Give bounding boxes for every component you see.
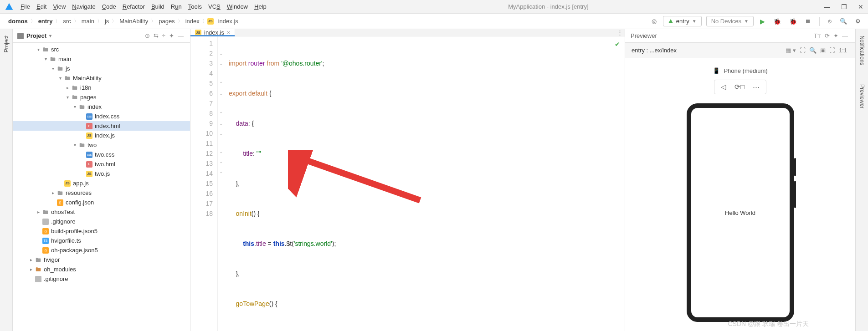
select-opened-file-icon[interactable]: ⊙ [143,32,152,39]
tree-item[interactable]: JSapp.js [13,178,190,188]
tree-item[interactable]: ▸resources [13,188,190,198]
menu-navigate[interactable]: Navigate [72,3,95,10]
close-icon[interactable]: ✕ [858,3,863,10]
fold-gutter[interactable]: ⌄⌄⌃⌄⌃⌄⌄⌃⌃⌃ [218,36,224,331]
project-icon [17,33,24,39]
crumb-entry[interactable]: entry [36,18,56,25]
rotate-icon[interactable]: ⟳□ [734,83,745,91]
zoom-icon[interactable]: 🔍 [807,47,818,54]
project-tool-tab[interactable]: Project [3,33,10,55]
editor-tab-indexjs[interactable]: JS index.js × [190,29,235,36]
tree-item[interactable]: ▾main [13,54,190,64]
profiler-button-icon[interactable]: ⏹ [803,17,813,25]
menu-refactor[interactable]: Refactor [123,3,145,10]
menu-run[interactable]: Run [171,3,182,10]
run-button-icon[interactable]: ▶ [758,17,767,26]
expand-all-icon[interactable]: ⇆ [152,32,160,39]
tree-item[interactable]: csstwo.css [13,150,190,159]
expand-icon[interactable]: ⛶ [827,47,837,54]
svg-rect-1 [42,219,49,225]
coverage-button-icon[interactable]: 🐞 [787,17,799,26]
hide-panel-icon[interactable]: — [176,32,185,39]
previewer-settings-icon[interactable]: ✦ [832,32,840,39]
close-tab-icon[interactable]: × [227,30,230,36]
inspect-icon[interactable]: ▣ [818,47,827,54]
tree-item[interactable]: Hindex.hml [13,121,190,131]
grid-icon[interactable]: ▦ ▾ [784,47,798,54]
code-area[interactable]: import router from '@ohos.router'; expor… [224,36,625,331]
crumb-domos[interactable]: domos [5,18,31,25]
js-file-icon: JS [195,30,201,36]
hide-previewer-icon[interactable]: — [840,32,850,39]
settings-icon[interactable]: ⚙ [853,17,863,25]
collapse-all-icon[interactable]: ÷ [160,32,167,39]
notifications-tool-tab[interactable]: Notifications [859,33,865,68]
menu-vcs[interactable]: VCS [208,3,221,10]
editor-tab-label: index.js [204,29,224,36]
crumb-file[interactable]: JSindex.js [207,18,241,25]
device-selector[interactable]: No Devices ▼ [706,16,754,26]
crumb-index[interactable]: index [183,18,202,25]
menu-code[interactable]: Code [102,3,116,10]
svg-rect-0 [17,33,24,39]
tree-item[interactable]: ▾index [13,102,190,112]
tree-item[interactable]: ▾two [13,140,190,150]
tree-item[interactable]: {}config.json [13,198,190,207]
target-icon[interactable]: ◎ [650,17,658,25]
menu-edit[interactable]: Edit [36,3,46,10]
back-button-icon[interactable]: ◁ [721,83,726,91]
tree-item[interactable]: ▾src [13,45,190,54]
module-icon [668,19,673,24]
maximize-icon[interactable]: ❐ [841,3,847,10]
menu-file[interactable]: File [21,3,30,10]
previewer-tool-tab[interactable]: Previewer [859,81,865,111]
tree-item[interactable]: ▾pages [13,92,190,102]
tree-item[interactable]: {}build-profile.json5 [13,226,190,236]
tree-item[interactable]: ▸hvigor [13,255,190,265]
search-icon[interactable]: 🔍 [838,17,849,25]
crumb-src[interactable]: src [60,18,73,25]
menu-build[interactable]: Build [151,3,164,10]
crumb-pages[interactable]: pages [156,18,177,25]
project-panel-title[interactable]: Project ▾ [17,32,51,39]
run-config-selector[interactable]: entry ▼ [663,16,702,26]
panel-settings-icon[interactable]: ✦ [167,32,176,39]
tree-item[interactable]: ▸i18n [13,83,190,92]
crumb-main[interactable]: main [79,18,97,25]
device-controls: ◁ ⟳□ ⋯ [714,80,766,94]
minimize-icon[interactable]: — [824,3,830,10]
analysis-ok-icon[interactable]: ✔ [615,39,620,49]
crumb-js[interactable]: js [102,18,112,25]
one-to-one-icon[interactable]: 1:1 [837,47,849,54]
menu-window[interactable]: Window [227,3,248,10]
project-tree[interactable]: ▾src▾main▾js▾MainAbility▸i18n▾pages▾inde… [13,43,190,331]
tree-item[interactable]: TShvigorfile.ts [13,236,190,245]
attach-icon[interactable]: ⎋ [826,17,833,25]
right-tool-stripe: Notifications Previewer [855,29,868,331]
crumb-mainability[interactable]: MainAbility [117,18,151,25]
tree-item[interactable]: ▾js [13,64,190,73]
tree-item[interactable]: ▸ohosTest [13,207,190,217]
tree-item[interactable]: cssindex.css [13,112,190,121]
tree-item[interactable]: .gitignore [13,217,190,226]
menu-help[interactable]: Help [254,3,267,10]
crop-icon[interactable]: ⛶ [798,47,807,54]
debug-button-icon[interactable]: 🐞 [771,17,783,26]
tree-item[interactable]: Htwo.hml [13,159,190,169]
menu-view[interactable]: View [53,3,66,10]
tree-item[interactable]: JSindex.js [13,131,190,140]
device-label: No Devices [711,18,741,25]
font-size-icon[interactable]: Tᴛ [812,32,823,39]
tree-item[interactable]: {}oh-package.json5 [13,245,190,255]
menu-tools[interactable]: Tools [188,3,202,10]
refresh-icon[interactable]: ⟳ [823,32,832,39]
tree-item[interactable]: JStwo.js [13,169,190,178]
app-logo-icon [5,2,14,11]
tree-item[interactable]: ▸oh_modules [13,265,190,274]
more-icon[interactable]: ⋯ [753,83,760,91]
tree-item[interactable]: ▾MainAbility [13,73,190,83]
annotation-arrow-icon [288,150,425,205]
editor-more-icon[interactable]: ⋮ [615,29,625,36]
tree-item[interactable]: .gitignore [13,274,190,284]
code-editor[interactable]: 123456789101112131415161718 ⌄⌄⌃⌄⌃⌄⌄⌃⌃⌃ i… [190,36,625,331]
